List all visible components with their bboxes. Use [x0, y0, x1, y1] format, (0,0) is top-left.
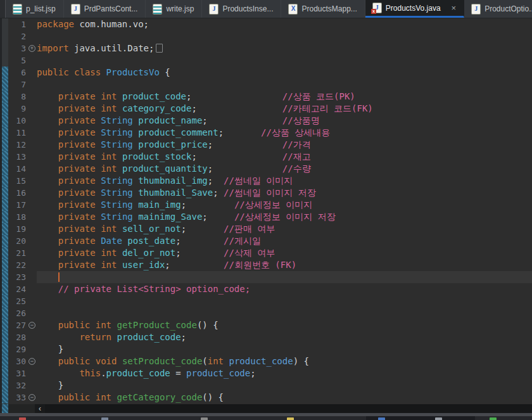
- code-token: String: [101, 175, 133, 186]
- taskbar-app-icon-2[interactable]: [101, 417, 108, 420]
- range-indicator: [0, 295, 8, 307]
- code-line-21[interactable]: 21 private int del_or_not; //삭제 여부: [0, 247, 532, 259]
- code-line-10[interactable]: 10 private String product_name; //상품명: [0, 115, 532, 127]
- horizontal-scrollbar[interactable]: ‹: [0, 404, 532, 413]
- fold-column: [28, 175, 37, 187]
- code-line-16[interactable]: 16 private String thumbnail_Save; //썸네일 …: [0, 187, 532, 199]
- code-line-11[interactable]: 11 private String product_comment; //상품 …: [0, 127, 532, 139]
- code-line-6[interactable]: 6public class ProductsVo {: [0, 67, 532, 79]
- code-token: // private List<String> option_code;: [58, 284, 250, 294]
- tab-productsinse[interactable]: ProductsInse...: [202, 0, 281, 18]
- code-line-29[interactable]: 29 }: [0, 343, 532, 355]
- code-line-28[interactable]: 28 return product_code;: [0, 331, 532, 343]
- code-token: [208, 212, 234, 222]
- code-token: int: [101, 103, 117, 113]
- taskbar-app-icon-7[interactable]: [490, 417, 497, 420]
- code-line-31[interactable]: 31 this.product_code = product_code;: [0, 367, 532, 379]
- code-line-20[interactable]: 20 private Date post_date; //게시일: [0, 235, 532, 247]
- code-editor[interactable]: 1package com.human.vo;23+import java.uti…: [0, 18, 532, 404]
- code-token: private: [58, 139, 96, 150]
- code-token: private: [58, 151, 96, 162]
- code-line-30[interactable]: 30− public void setProduct_code(int prod…: [0, 355, 532, 367]
- code-line-9[interactable]: 9 private int category_code; //카테고리 코드(F…: [0, 103, 532, 115]
- code-token: String: [101, 200, 133, 210]
- code-line-3[interactable]: 3+import java.util.Date;: [0, 42, 532, 54]
- code-token: [37, 103, 58, 113]
- collapsed-region-icon[interactable]: [156, 44, 163, 53]
- fold-collapse-icon[interactable]: −: [28, 358, 35, 365]
- code-token: int: [101, 248, 117, 258]
- range-indicator: [0, 379, 8, 391]
- line-number: 1: [8, 18, 28, 30]
- taskbar-app-icon-1[interactable]: [19, 417, 26, 420]
- tab-prdpantscont[interactable]: PrdPantsCont...: [64, 0, 146, 18]
- code-token: thumbnail_img: [138, 175, 208, 186]
- tab-p-list-jsp[interactable]: p_list.jsp: [6, 0, 64, 18]
- code-token: public: [58, 356, 91, 366]
- fold-collapse-icon[interactable]: −: [28, 394, 35, 401]
- line-number: 33: [8, 391, 28, 404]
- code-line-7[interactable]: 7: [0, 79, 532, 91]
- code-line-15[interactable]: 15 private String thumbnail_img; //썸네일 이…: [0, 175, 532, 187]
- code-token: ProductsVo: [106, 67, 160, 77]
- code-line-8[interactable]: 8 private int product_code; //상품 코드(PK): [0, 91, 532, 103]
- code-line-25[interactable]: 25: [0, 295, 532, 307]
- code-token: String: [101, 139, 133, 150]
- close-tab-icon[interactable]: ×: [452, 3, 457, 13]
- fold-column: [28, 367, 37, 379]
- code-line-19[interactable]: 19 private int sell_or_not; //판매 여부: [0, 223, 532, 235]
- code-line-24[interactable]: 24 // private List<String> option_code;: [0, 283, 532, 295]
- code-line-13[interactable]: 13 private int product_stock; //재고: [0, 151, 532, 163]
- tab-productoptio[interactable]: ProductOptio...: [464, 0, 532, 18]
- code-token: //상품 코드(PK): [282, 91, 355, 101]
- code-token: [218, 188, 224, 198]
- code-token: //상품 상세내용: [261, 127, 330, 137]
- taskbar-app-icon-6[interactable]: [435, 417, 442, 420]
- fold-expand-icon[interactable]: +: [28, 45, 35, 52]
- scrollbar-track[interactable]: [45, 404, 532, 413]
- code-line-18[interactable]: 18 private String mainimg_Save; //상세정보 이…: [0, 211, 532, 223]
- tab-productsvo-java[interactable]: xProductsVo.java×: [365, 0, 464, 18]
- code-line-17[interactable]: 17 private String main_img; //상세정보 이미지: [0, 199, 532, 211]
- line-number: 8: [8, 91, 28, 103]
- code-line-5[interactable]: 5: [0, 54, 532, 67]
- code-token: ;: [175, 248, 180, 258]
- windows-taskbar[interactable]: [0, 416, 532, 420]
- code-line-26[interactable]: 26: [0, 307, 532, 319]
- fold-collapse-icon[interactable]: −: [28, 322, 35, 329]
- code-line-33[interactable]: 33− public int getCategory_code() {: [0, 391, 532, 404]
- tab-write-jsp[interactable]: write.jsp: [146, 0, 202, 18]
- fold-column: [28, 223, 37, 235]
- java-error-file-icon: x: [373, 3, 381, 13]
- code-text: private Date post_date; //게시일: [37, 235, 532, 247]
- code-line-2[interactable]: 2: [0, 30, 532, 42]
- code-token: () {: [202, 392, 224, 402]
- code-line-22[interactable]: 22 private int user_idx; //회원번호 (FK): [0, 259, 532, 271]
- code-token: int: [208, 356, 224, 366]
- code-token: {: [160, 67, 170, 77]
- code-text: this.product_code = product_code;: [37, 367, 532, 379]
- scroll-left-arrow-icon[interactable]: ‹: [35, 404, 45, 413]
- code-token: [37, 368, 79, 378]
- code-text: private int product_stock; //재고: [37, 151, 532, 163]
- code-token: //게시일: [224, 236, 261, 246]
- code-line-1[interactable]: 1package com.human.vo;: [0, 18, 532, 30]
- code-token: //상세정보 이미지 저장: [234, 212, 336, 222]
- code-text: import java.util.Date;: [37, 42, 532, 54]
- code-token: del_or_not: [122, 248, 175, 258]
- code-line-23[interactable]: 23: [0, 271, 532, 283]
- code-line-27[interactable]: 27− public int getProduct_code() {: [0, 319, 532, 331]
- code-line-32[interactable]: 32 }: [0, 379, 532, 391]
- range-indicator: [0, 343, 8, 355]
- code-token: int: [101, 91, 117, 101]
- code-line-14[interactable]: 14 private int product_quantity; //수량: [0, 163, 532, 175]
- taskbar-app-icon-3[interactable]: [201, 417, 208, 420]
- taskbar-app-icon-4[interactable]: [287, 417, 294, 420]
- fold-column: [28, 295, 37, 307]
- taskbar-app-icon-5[interactable]: [378, 417, 385, 420]
- tab-productsmapp[interactable]: ProductsMapp...: [281, 0, 365, 18]
- range-indicator: [0, 367, 8, 379]
- code-text: [37, 30, 532, 42]
- fold-column: [28, 115, 37, 127]
- code-line-12[interactable]: 12 private String product_price; //가격: [0, 139, 532, 151]
